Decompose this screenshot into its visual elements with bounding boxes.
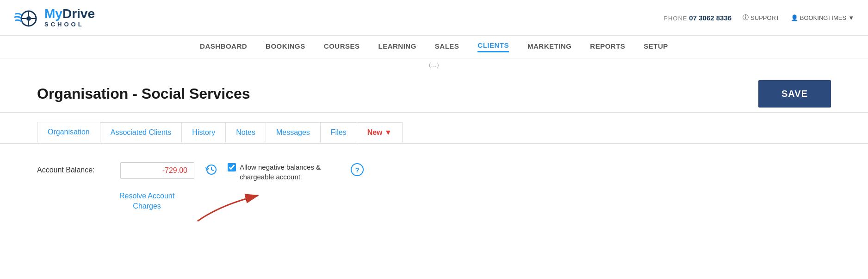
svg-point-1 [26,16,31,21]
tab-messages[interactable]: Messages [266,122,321,142]
user-circle-icon: 👤 [791,14,798,21]
top-bar: MyDrive SCHOOL PHONE 07 3062 8336 ⓘ SUPP… [0,0,868,36]
nav-marketing[interactable]: MARKETING [527,42,571,52]
logo-area: MyDrive SCHOOL [14,5,95,31]
phone-label: PHONE [663,15,687,22]
question-circle-icon: ⓘ [743,13,749,22]
annotation-arrow [184,186,285,228]
help-icon[interactable]: ? [351,163,364,176]
nav-setup[interactable]: SETUP [644,42,668,52]
tab-files[interactable]: Files [320,122,357,142]
resolve-account-charges-link[interactable]: Resolve Account Charges [119,191,174,212]
account-balance-input[interactable] [120,162,194,179]
nav-bookings[interactable]: BOOKINGS [266,42,305,52]
content-area: Account Balance: Allow negative balances… [0,144,868,248]
phone-number: 07 3062 8336 [689,14,732,22]
main-nav: DASHBOARD BOOKINGS COURSES LEARNING SALE… [0,36,868,58]
allow-negative-area: Allow negative balances & chargeable acc… [228,162,341,182]
logo-drive: Drive [62,6,95,21]
nav-reports[interactable]: REPORTS [590,42,625,52]
account-balance-row: Account Balance: Allow negative balances… [37,162,831,182]
history-icon[interactable] [204,162,218,177]
tabs-area: Organisation Associated Clients History … [0,113,868,144]
logo-school: SCHOOL [44,21,95,28]
bookingtimes-label: BOOKINGTIMES [800,14,846,21]
top-right-bar: PHONE 07 3062 8336 ⓘ SUPPORT 👤 BOOKINGTI… [663,13,854,22]
save-button[interactable]: SAVE [758,80,831,108]
support-link[interactable]: ⓘ SUPPORT [743,13,780,22]
logo-text: MyDrive SCHOOL [44,7,95,28]
phone-area: PHONE 07 3062 8336 [663,14,732,22]
page-header: Organisation - Social Services SAVE [0,71,868,113]
allow-negative-checkbox[interactable] [228,163,236,171]
support-label: SUPPORT [750,14,780,21]
nav-dashboard[interactable]: DASHBOARD [200,42,247,52]
nav-learning[interactable]: LEARNING [378,42,416,52]
nav-clients[interactable]: CLIENTS [477,41,509,52]
account-balance-label: Account Balance: [37,162,111,174]
logo-icon [14,5,40,31]
nav-courses[interactable]: COURSES [324,42,360,52]
resolve-link-line1: Resolve Account [119,192,174,200]
tab-associated-clients[interactable]: Associated Clients [100,122,182,142]
resolve-link-line2: Charges [133,202,161,210]
bookingtimes-link[interactable]: 👤 BOOKINGTIMES ▼ [791,14,854,21]
chevron-down-icon: ▼ [848,14,854,21]
logo-my: My [44,6,62,21]
nav-sales[interactable]: SALES [435,42,459,52]
tab-history[interactable]: History [181,122,226,142]
page-title: Organisation - Social Services [37,85,250,102]
logo-brand: MyDrive [44,7,95,21]
breadcrumb: (...) [0,58,868,71]
tab-organisation[interactable]: Organisation [37,122,100,143]
tab-notes[interactable]: Notes [225,122,266,142]
allow-negative-label: Allow negative balances & chargeable acc… [240,162,341,182]
tab-new[interactable]: New ▼ [357,122,403,142]
